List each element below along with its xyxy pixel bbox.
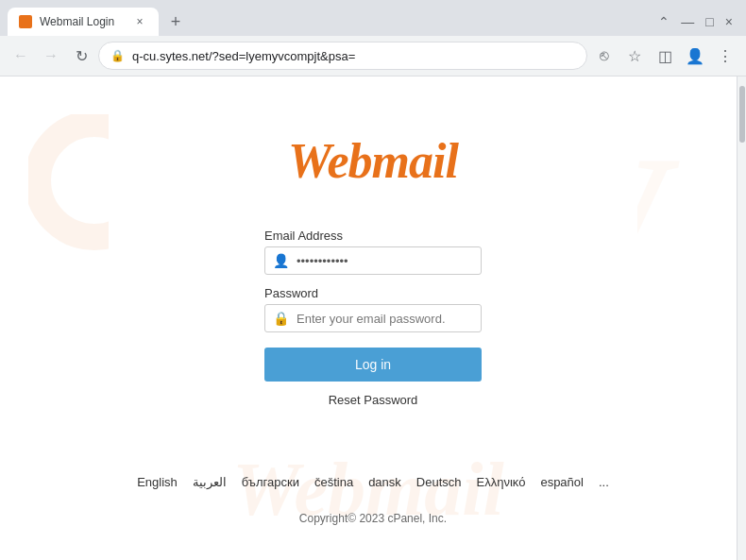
footer: Copyright© 2023 cPanel, Inc. [299,512,447,525]
address-bar[interactable]: 🔒 q-cu.sytes.net/?sed=lyemyvcompjt&psa= [98,42,587,70]
lock-input-icon: 🔒 [273,311,289,326]
scrollbar-thumb[interactable] [739,86,745,143]
new-tab-button[interactable]: + [162,8,189,35]
tab-title: Webmail Login [40,15,125,28]
nav-actions: ⎋ ☆ ◫ 👤 ⋮ [591,42,738,69]
back-button[interactable]: ← [8,42,34,69]
forward-button[interactable]: → [38,42,64,69]
nav-bar: ← → ↻ 🔒 q-cu.sytes.net/?sed=lyemyvcompjt… [0,36,746,76]
login-button[interactable]: Log in [264,348,482,382]
refresh-button[interactable]: ↻ [68,42,94,69]
user-icon: 👤 [273,253,289,268]
language-item[interactable]: čeština [314,475,353,489]
language-item[interactable]: Ελληνικό [477,475,526,489]
tab-close-button[interactable]: × [132,14,147,29]
profile-button[interactable]: 👤 [682,42,708,69]
password-label: Password [264,286,482,300]
language-bar: EnglishالعربيةбългарскиčeštinadanskDeuts… [137,475,609,489]
language-item[interactable]: Deutsch [416,475,462,489]
reset-password-link[interactable]: Reset Password [264,393,482,407]
window-controls: ⌃ — □ × [656,12,738,31]
language-item[interactable]: dansk [368,475,401,489]
browser-chrome: Webmail Login × + ⌃ — □ × ← → ↻ 🔒 q-cu.s… [0,0,746,76]
email-input[interactable] [297,254,473,268]
active-tab[interactable]: Webmail Login × [8,8,159,36]
scrollbar[interactable] [737,76,746,560]
copyright-text: Copyright© 2023 cPanel, Inc. [299,512,447,525]
password-input-wrapper: 🔒 [264,304,482,332]
login-form: Email Address 👤 Password 🔒 Log in Reset … [264,217,482,407]
bookmark-button[interactable]: ☆ [621,42,648,69]
webmail-logo: Webmail [288,133,458,189]
language-item[interactable]: العربية [193,475,227,489]
page-content: Webmail W Webmail Email Address 👤 Passwo… [0,76,746,560]
password-input[interactable] [297,312,473,326]
maximize-button[interactable]: □ [704,12,715,31]
language-item[interactable]: ... [599,475,609,489]
share-button[interactable]: ⎋ [591,42,618,69]
extensions-button[interactable]: ◫ [652,42,678,69]
minimize-button[interactable]: — [679,12,696,31]
menu-button[interactable]: ⋮ [712,42,738,69]
tab-bar: Webmail Login × + ⌃ — □ × [0,0,746,36]
language-item[interactable]: български [242,475,299,489]
language-item[interactable]: español [540,475,584,489]
url-display: q-cu.sytes.net/?sed=lyemyvcompjt&psa= [132,49,575,63]
email-input-wrapper: 👤 [264,246,482,275]
tab-favicon [19,15,32,28]
collapse-button[interactable]: ⌃ [656,12,671,31]
login-card: Webmail Email Address 👤 Password 🔒 Log i… [109,95,637,445]
language-item[interactable]: English [137,475,178,489]
main-area: Webmail Email Address 👤 Password 🔒 Log i… [0,76,746,560]
close-button[interactable]: × [723,12,735,31]
lock-icon: 🔒 [110,49,125,62]
email-label: Email Address [264,229,482,243]
